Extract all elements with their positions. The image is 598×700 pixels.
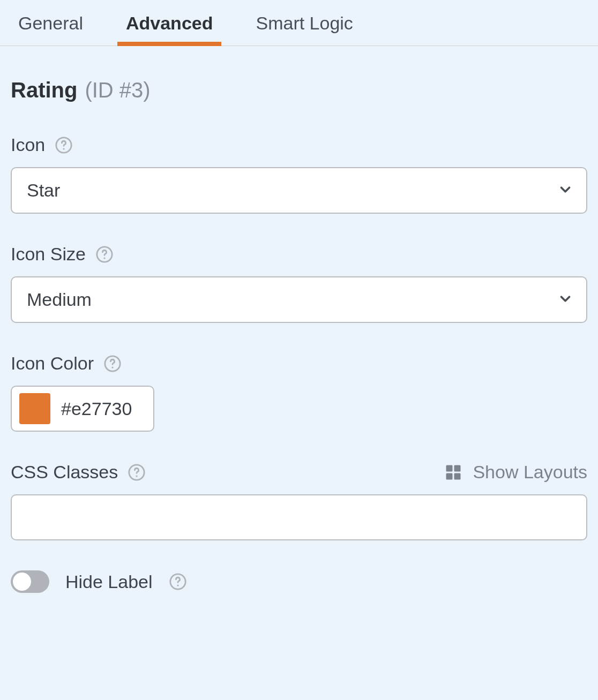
field-css-classes: CSS Classes [11, 462, 587, 540]
icon-select-wrap: Star [11, 167, 587, 214]
icon-size-select[interactable]: Medium [11, 276, 587, 323]
field-hide-label: Hide Label [11, 570, 587, 593]
show-layouts-button[interactable]: Show Layouts [444, 462, 587, 483]
css-classes-input[interactable] [11, 494, 587, 540]
tab-general[interactable]: General [10, 0, 92, 46]
toggle-knob [13, 573, 31, 591]
svg-rect-9 [454, 465, 461, 471]
tab-smart-logic[interactable]: Smart Logic [247, 0, 361, 46]
panel-title: Rating [11, 78, 77, 102]
field-icon-color: Icon Color #e27730 [11, 353, 587, 432]
icon-size-select-wrap: Medium [11, 276, 587, 323]
color-swatch [19, 393, 50, 424]
icon-color-value: #e27730 [61, 398, 132, 419]
panel-id: (ID #3) [85, 78, 150, 102]
help-icon[interactable] [128, 463, 146, 481]
icon-label: Icon [11, 134, 45, 155]
svg-point-5 [111, 366, 113, 368]
icon-color-label: Icon Color [11, 353, 94, 374]
hide-label-label: Hide Label [65, 571, 153, 592]
field-options-panel: Rating (ID #3) Icon Star [0, 46, 598, 614]
help-icon[interactable] [103, 355, 122, 373]
field-icon-size: Icon Size Medium [11, 244, 587, 323]
icon-size-label: Icon Size [11, 244, 86, 265]
svg-point-13 [177, 584, 178, 586]
svg-rect-10 [446, 473, 453, 479]
field-icon: Icon Star [11, 134, 587, 214]
show-layouts-label: Show Layouts [473, 462, 587, 483]
svg-point-3 [103, 257, 105, 259]
panel-title-row: Rating (ID #3) [11, 78, 587, 102]
help-icon[interactable] [169, 573, 187, 591]
tabs: General Advanced Smart Logic [0, 0, 598, 46]
css-classes-label: CSS Classes [11, 462, 118, 483]
help-icon[interactable] [95, 245, 114, 264]
icon-color-picker[interactable]: #e27730 [11, 386, 154, 432]
svg-rect-8 [446, 465, 453, 471]
tab-advanced[interactable]: Advanced [117, 0, 222, 46]
grid-icon [444, 463, 463, 482]
icon-select[interactable]: Star [11, 167, 587, 214]
hide-label-toggle[interactable] [11, 570, 49, 593]
help-icon[interactable] [55, 136, 73, 154]
svg-point-1 [63, 148, 65, 149]
svg-point-7 [136, 475, 138, 477]
svg-rect-11 [454, 473, 461, 479]
